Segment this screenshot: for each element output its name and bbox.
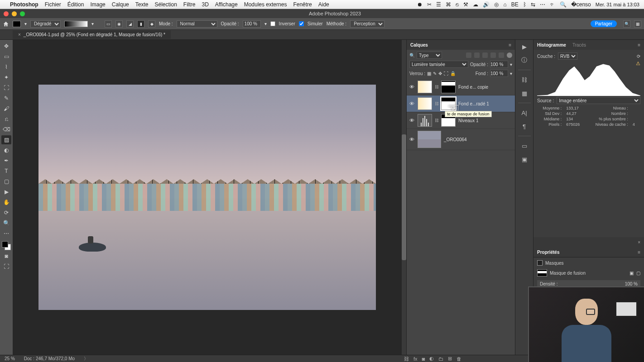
layer-name[interactable]: Niveaux 1 (458, 118, 478, 123)
menu-filter[interactable]: Filtre (183, 1, 196, 8)
swatches-icon[interactable]: ▭ (520, 142, 529, 150)
menu-file[interactable]: Fichier (45, 1, 61, 8)
zoom-tool-icon[interactable]: 🔍 (1, 219, 11, 228)
search-icon[interactable]: 🔍 (560, 1, 567, 8)
document-tab[interactable]: × _ORO0064-1.psd @ 25% (Fond en dégradé … (13, 30, 171, 39)
foreground-background-colors[interactable] (2, 241, 11, 250)
menu-help[interactable]: Aide (318, 1, 329, 8)
source-select[interactable]: Image entière (557, 97, 640, 104)
tray-icon[interactable]: BE (511, 1, 519, 8)
layer-thumbnail[interactable] (418, 97, 432, 110)
properties-tab[interactable]: Propriétés (537, 250, 559, 255)
channel-select[interactable]: RVB (558, 52, 577, 60)
lock-pixels-icon[interactable]: ✎ (433, 71, 437, 76)
panel-menu-icon[interactable]: ≡ (638, 250, 640, 255)
gradient-preview[interactable] (64, 21, 88, 27)
layers-footer-fx-icon[interactable]: fx (413, 356, 418, 362)
info-icon[interactable]: ⓘ (520, 56, 529, 64)
grid-icon[interactable]: ▦ (520, 89, 529, 97)
canvas-vertical-scrollbar[interactable] (402, 40, 406, 355)
rotate-view-tool-icon[interactable]: ⟳ (1, 208, 11, 217)
layer-row[interactable]: 👁 _ORO0064 (407, 129, 515, 150)
screen-mode-icon[interactable]: ⛶ (1, 262, 11, 271)
app-name[interactable]: Photoshop (10, 1, 38, 8)
lock-transparent-icon[interactable]: ▦ (427, 71, 431, 76)
doc-size[interactable]: Doc : 246,7 Mo/372,0 Mo (24, 356, 75, 361)
quick-mask-icon[interactable]: ◙ (1, 252, 11, 261)
minimize-window-button[interactable] (12, 11, 17, 16)
play-action-icon[interactable]: ▶ (520, 43, 529, 51)
lock-all-icon[interactable]: 🔒 (450, 71, 456, 76)
filter-smart-icon[interactable] (499, 52, 504, 58)
visibility-toggle-icon[interactable]: 👁 (409, 137, 415, 142)
menu-window[interactable]: Fenêtre (293, 1, 312, 8)
paragraph-panel-icon[interactable]: ¶ (520, 122, 529, 130)
histogram-tab[interactable]: Histogramme (537, 43, 566, 48)
visibility-toggle-icon[interactable]: 👁 (409, 84, 415, 90)
invert-checkbox[interactable] (270, 21, 275, 26)
brush-tool-icon[interactable]: 🖌 (1, 104, 11, 113)
move-tool-icon[interactable]: ✥ (1, 42, 11, 51)
refresh-icon[interactable]: ⟳ (637, 54, 640, 59)
eraser-tool-icon[interactable]: ⌫ (1, 125, 11, 134)
tray-icon[interactable]: ☰ (436, 1, 441, 8)
tray-icon[interactable]: 🔊 (483, 1, 490, 8)
shape-tool-icon[interactable]: ▢ (1, 177, 11, 186)
lock-artboard-icon[interactable]: ⛶ (444, 71, 448, 76)
filter-pixel-icon[interactable] (466, 52, 471, 58)
wifi-icon[interactable]: ᯤ (550, 1, 555, 8)
blend-mode-select[interactable]: Normal (177, 20, 217, 28)
menu-selection[interactable]: Sélection (154, 1, 177, 8)
menu-text[interactable]: Texte (135, 1, 149, 8)
dodge-tool-icon[interactable]: ◐ (1, 146, 11, 155)
layers-footer-trash-icon[interactable]: 🗑 (457, 356, 461, 362)
opacity-input[interactable] (243, 20, 261, 28)
gradient-linear-icon[interactable]: ▭ (105, 20, 112, 28)
layer-fill-input[interactable] (490, 70, 508, 77)
menu-plugins[interactable]: Modules externes (244, 1, 287, 8)
gradient-tool-icon[interactable]: ▨ (1, 135, 11, 144)
tray-icon[interactable]: ⇆ (531, 1, 535, 8)
link-mask-icon[interactable]: ⛓ (435, 101, 438, 106)
tray-icon[interactable]: ⏺ (417, 1, 423, 8)
tray-icon[interactable]: ⚒︎ (463, 1, 468, 8)
layer-mask-thumbnail[interactable] (441, 81, 456, 93)
libraries-icon[interactable]: ▣ (520, 155, 529, 163)
close-tab-icon[interactable]: × (18, 32, 21, 37)
layer-row[interactable]: 👁 ⛓ Fond e...radé 1 ☜ te de masque de fu… (407, 95, 515, 112)
density-value[interactable]: 100 % (625, 281, 638, 286)
quick-select-tool-icon[interactable]: ✦ (1, 73, 11, 82)
tool-preset-swatch[interactable] (13, 21, 21, 27)
type-tool-icon[interactable]: T (1, 167, 11, 176)
tray-icon[interactable]: ⌂ (503, 1, 506, 8)
gradient-angle-icon[interactable]: ◢ (126, 20, 134, 28)
gradient-radial-icon[interactable]: ◉ (115, 20, 123, 28)
menu-edit[interactable]: Édition (67, 1, 84, 8)
pen-tool-icon[interactable]: ✒ (1, 156, 11, 165)
layers-footer-mask-icon[interactable]: ◙ (422, 356, 425, 362)
crop-tool-icon[interactable]: ⛶ (1, 83, 11, 92)
close-panel-icon[interactable]: × (638, 240, 640, 245)
layer-thumbnail[interactable] (418, 131, 441, 148)
layers-footer-link-icon[interactable]: ⛓ (404, 356, 409, 362)
zoom-level[interactable]: 25 % (5, 356, 15, 361)
stamp-tool-icon[interactable]: ⎌ (1, 114, 11, 124)
lock-position-icon[interactable]: ✥ (438, 71, 442, 76)
layers-footer-adjust-icon[interactable]: ◐ (429, 356, 434, 362)
tray-icon[interactable]: ⎋ (456, 1, 459, 8)
menu-image[interactable]: Image (90, 1, 105, 8)
workspace-icon[interactable]: ▦ (634, 20, 641, 28)
close-window-button[interactable] (4, 11, 9, 16)
home-icon[interactable] (3, 21, 9, 27)
tray-icon[interactable]: ⌘ (446, 1, 451, 8)
cache-warning-icon[interactable]: ⚠ (636, 61, 640, 67)
tray-icon[interactable]: ☁︎ (473, 1, 478, 8)
layer-mask-thumbnail[interactable] (441, 97, 456, 110)
pixel-mask-icon[interactable]: ▣ (630, 271, 634, 276)
tray-icon[interactable]: ⋯ (540, 1, 545, 8)
layers-tab[interactable]: Calques (410, 43, 428, 48)
layer-row[interactable]: 👁 ⛓ Fond e... copie (407, 79, 515, 95)
tray-icon[interactable]: ◎ (494, 1, 499, 8)
layer-name[interactable]: Fond e... copie (458, 85, 488, 90)
gradient-reflected-icon[interactable]: ▮ (137, 20, 144, 28)
